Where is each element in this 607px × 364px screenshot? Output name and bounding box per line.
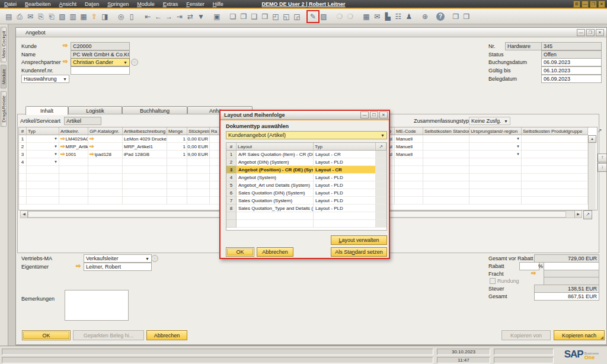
grid-cell[interactable]: [59, 189, 88, 197]
grid-cell[interactable]: [469, 181, 522, 189]
grid-cell[interactable]: iPad 128GB: [123, 151, 167, 158]
eigentuemer-link-arrow-icon[interactable]: ⇨: [76, 263, 81, 270]
ok-button[interactable]: OK: [22, 330, 71, 340]
grid-cell[interactable]: [469, 197, 522, 205]
sidebar-tab-module[interactable]: Module: [1, 65, 7, 88]
grid-cell[interactable]: [59, 197, 88, 205]
link-arrow-icon[interactable]: ⇨: [60, 143, 65, 149]
filter-icon[interactable]: ▼: [196, 12, 206, 21]
grid-cell[interactable]: [167, 166, 187, 174]
email-icon[interactable]: ✉: [25, 12, 35, 21]
grid-cell[interactable]: [395, 181, 423, 189]
layout-list-row[interactable]: 4Angebot (System)Layout - PLD: [226, 174, 386, 181]
copy-from-icon[interactable]: ❏: [228, 12, 238, 21]
kunde-link-arrow-icon[interactable]: ⇨: [63, 42, 68, 49]
row-up-button[interactable]: ↑: [598, 154, 607, 162]
close-icon[interactable]: ✕: [598, 1, 605, 8]
grid-cell[interactable]: [59, 174, 88, 181]
grid-cell[interactable]: [187, 197, 210, 205]
abbrechen-button[interactable]: Abbrechen: [146, 330, 187, 340]
grid-cell[interactable]: ▼: [27, 143, 59, 151]
grid-cell[interactable]: [522, 166, 588, 174]
dialog-close-icon[interactable]: ✕: [379, 111, 388, 119]
scroll-left-icon[interactable]: ◀: [21, 211, 28, 218]
layout-name-cell[interactable]: [237, 220, 314, 228]
grid-cell[interactable]: [187, 181, 210, 189]
grid-cell[interactable]: 1: [167, 143, 187, 151]
layout-name-cell[interactable]: Angebot (DIN) (System): [237, 158, 314, 166]
grid-cell[interactable]: ▼: [469, 135, 522, 143]
grid-cell[interactable]: [123, 197, 167, 205]
menu-item-hilfe[interactable]: Hilfe: [209, 1, 228, 7]
grid-cell[interactable]: [423, 189, 469, 197]
layout-list-row[interactable]: 7Sales Quotation (System)Layout - PLD: [226, 197, 386, 205]
grid-cell[interactable]: ⇨LM4029AC: [59, 135, 88, 143]
chat-icon[interactable]: ❍: [335, 12, 344, 21]
dialog-maximize-icon[interactable]: ☐: [370, 111, 378, 119]
layout-typ-cell[interactable]: Layout - PLD: [314, 197, 376, 205]
layout-typ-cell[interactable]: [314, 212, 376, 220]
grid-cell[interactable]: [395, 197, 423, 205]
belegdatum-field[interactable]: 06.09.2023: [541, 75, 602, 83]
grid-cell[interactable]: [395, 189, 423, 197]
grid-cell[interactable]: [19, 174, 27, 181]
layout-typ-cell[interactable]: Layout - CR: [314, 151, 376, 158]
grid-cell[interactable]: [88, 189, 123, 197]
grid-cell[interactable]: [19, 166, 27, 174]
scroll-right-icon[interactable]: ▶: [574, 211, 582, 218]
grid-cell[interactable]: [423, 166, 469, 174]
grid-cell[interactable]: 699,00 EUR: [187, 151, 210, 158]
menu-item-springen[interactable]: Springen: [103, 1, 133, 7]
grid-cell[interactable]: 10,00 EUR: [187, 135, 210, 143]
layout-list-row[interactable]: 2Angebot (DIN) (System)Layout - PLD: [226, 158, 386, 166]
layout-typ-cell[interactable]: Layout - PLD: [314, 181, 376, 189]
grid-cell[interactable]: [187, 166, 210, 174]
layout-typ-cell[interactable]: Layout - PLD: [314, 205, 376, 212]
layout-typ-cell[interactable]: Layout - CR: [314, 166, 376, 174]
duplicate-icon[interactable]: ❑: [250, 12, 259, 21]
grid-cell[interactable]: [522, 135, 588, 143]
menu-item-bearbeiten[interactable]: Bearbeiten: [21, 1, 55, 7]
layout-name-cell[interactable]: Angebot (System): [237, 174, 314, 181]
menu-item-daten[interactable]: Daten: [81, 1, 103, 7]
chevron-down-icon[interactable]: ▼: [502, 119, 508, 123]
upload-icon[interactable]: ⇧: [90, 12, 99, 21]
scroll-cell[interactable]: [376, 212, 386, 220]
target-document-icon[interactable]: ◱: [282, 12, 291, 21]
grid-cell[interactable]: [187, 158, 210, 166]
grid-cell[interactable]: ⇨1001: [59, 151, 88, 158]
grid-cell[interactable]: Manuell: [395, 151, 423, 158]
rundung-field[interactable]: [544, 277, 599, 285]
copy-to-icon[interactable]: ❐: [239, 12, 248, 21]
grid-cell[interactable]: ⇨: [88, 135, 123, 143]
buchungsdatum-field[interactable]: 06.09.2023: [541, 58, 602, 66]
chevron-down-icon[interactable]: ▼: [516, 152, 520, 156]
clipboard-icon[interactable]: ⎘: [36, 12, 46, 21]
grid-cell[interactable]: [423, 135, 469, 143]
scroll-cell[interactable]: [376, 220, 386, 228]
layout-name-cell[interactable]: A/R Sales Quotation (Item) - CR (DE): [237, 151, 314, 158]
bemerkungen-textarea[interactable]: [65, 290, 129, 321]
dialog-abbrechen-button[interactable]: Abbrechen: [257, 247, 293, 257]
window-restore-icon[interactable]: ❐: [586, 29, 595, 36]
grid-cell[interactable]: [423, 197, 469, 205]
refresh-icon[interactable]: ⇄: [186, 12, 195, 21]
chevron-down-icon[interactable]: ▼: [122, 60, 127, 65]
window-close-icon[interactable]: ✕: [596, 29, 604, 36]
grid-cell[interactable]: Manuell: [395, 135, 423, 143]
sidebar-tab-drag-relate[interactable]: Drag&Relate: [1, 91, 7, 127]
grid-cell[interactable]: [27, 189, 59, 197]
layout-typ-cell[interactable]: Layout - PLD: [314, 189, 376, 197]
grid-cell[interactable]: [59, 181, 88, 189]
ansprechpartner-link-arrow-icon[interactable]: ⇨: [63, 58, 68, 65]
grid-cell[interactable]: [522, 174, 588, 181]
chevron-down-icon[interactable]: ▼: [379, 133, 385, 138]
link-arrow-icon[interactable]: ⇨: [60, 136, 65, 142]
grid-cell[interactable]: [27, 174, 59, 181]
grid-cell[interactable]: [423, 181, 469, 189]
grid-cell[interactable]: ⇨: [88, 143, 123, 151]
grid-cell[interactable]: [27, 197, 59, 205]
fracht-link-arrow-icon[interactable]: ⇨: [531, 270, 536, 277]
grid-cell[interactable]: [522, 158, 588, 166]
grid-cell[interactable]: Manuell: [395, 143, 423, 151]
